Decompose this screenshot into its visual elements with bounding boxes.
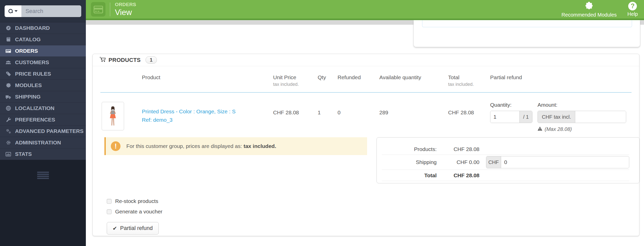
column-header-total: Total tax included.	[448, 74, 490, 87]
sidebar-item-label: ORDERS	[15, 48, 38, 54]
totals-products-label: Products:	[382, 146, 437, 152]
refund-quantity-max-addon: / 1	[519, 111, 532, 123]
partial-refund-cell: Quantity: / 1 Amount: CHF tax	[490, 102, 632, 132]
sidebar-footer	[0, 160, 86, 246]
top-right-panel	[413, 20, 640, 47]
total-value: CHF 28.08	[448, 102, 490, 116]
product-thumbnail[interactable]	[102, 102, 124, 130]
voucher-label: Generate a voucher	[115, 209, 163, 215]
sidebar-item-price-rules[interactable]: PRICE RULES	[0, 68, 86, 80]
notice-text: For this customer group, prices are disp…	[126, 143, 242, 149]
puzzle-icon	[584, 1, 594, 11]
content-area: PRODUCTS 1 Product Unit Price tax includ…	[86, 20, 644, 246]
sidebar-item-label: PREFERENCES	[15, 117, 55, 123]
tax-notice: ! For this customer group, prices are di…	[104, 137, 367, 155]
column-header-available-quantity: Available quantity	[379, 74, 448, 87]
orders-page-icon	[91, 2, 105, 17]
totals-total-label: Total	[382, 172, 437, 179]
cart-icon	[99, 56, 106, 64]
refund-amount-input[interactable]	[575, 111, 626, 123]
totals-total-value: CHF 28.08	[437, 172, 479, 179]
totals-total-row: Total CHF 28.08	[382, 170, 629, 181]
sidebar-item-localization[interactable]: LOCALIZATION	[0, 103, 86, 114]
voucher-option: Generate a voucher	[107, 209, 632, 215]
product-name-link[interactable]: Printed Dress - Color : Orange, Size : S	[142, 107, 273, 116]
unit-price-value: CHF 28.08	[273, 102, 318, 116]
partial-refund-button-label: Partial refund	[120, 225, 153, 231]
header-actions: Recommended Modules ? Help	[561, 1, 638, 18]
localization-icon	[5, 105, 12, 111]
collapse-menu-icon[interactable]	[37, 172, 49, 180]
shipping-refund-input[interactable]	[501, 156, 629, 168]
search-icon	[8, 9, 13, 13]
stats-icon	[5, 151, 12, 157]
sidebar-item-label: MODULES	[15, 82, 42, 88]
warning-triangle-icon	[538, 126, 542, 132]
restock-label: Re-stock products	[115, 198, 158, 204]
sidebar-item-label: LOCALIZATION	[15, 105, 55, 111]
check-icon: ✔	[113, 225, 117, 231]
main-area: ORDERS View Recommended Modules ? Help	[86, 0, 644, 246]
unit-price-subheader: tax included.	[273, 82, 318, 87]
sidebar-item-preferences[interactable]: PREFERENCES	[0, 114, 86, 126]
products-table-header-row: Product Unit Price tax included. Qty Ref…	[100, 66, 632, 93]
shipping-icon	[5, 94, 12, 100]
restock-option: Re-stock products	[107, 198, 632, 204]
breadcrumb-section: ORDERS	[115, 2, 136, 8]
notice-bold: tax included.	[244, 143, 276, 149]
products-panel: PRODUCTS 1 Product Unit Price tax includ…	[92, 54, 639, 236]
sidebar-item-orders[interactable]: ORDERS	[0, 45, 86, 57]
breadcrumb: ORDERS View	[115, 2, 136, 17]
totals-shipping-value: CHF 0.00	[437, 159, 479, 165]
help-button[interactable]: ? Help	[627, 2, 638, 17]
recommended-modules-button[interactable]: Recommended Modules	[561, 1, 617, 18]
sidebar-item-advanced-parameters[interactable]: ADVANCED PARAMETERS	[0, 126, 86, 137]
refund-amount-currency-addon: CHF tax incl.	[538, 111, 575, 123]
sidebar-item-label: ADMINISTRATION	[15, 140, 61, 146]
available-quantity-value: 289	[379, 102, 448, 116]
column-header-unit-price: Unit Price tax included.	[273, 74, 318, 87]
products-panel-title: PRODUCTS	[109, 57, 141, 63]
prestashop-admin: DASHBOARD CATALOG ORDERS CUSTOMERS	[0, 0, 644, 246]
voucher-checkbox[interactable]	[107, 209, 112, 214]
totals-shipping-row: Shipping CHF 0.00 CHF	[382, 155, 629, 170]
notice-totals-row: ! For this customer group, prices are di…	[104, 137, 632, 183]
refund-amount-label: Amount:	[538, 102, 626, 108]
refund-max-note: (Max 28.08)	[538, 126, 632, 132]
refund-options: Re-stock products Generate a voucher	[107, 198, 632, 215]
modules-icon	[5, 83, 12, 88]
sidebar-item-stats[interactable]: STATS	[0, 148, 86, 160]
page-header: ORDERS View Recommended Modules ? Help	[86, 0, 644, 19]
partial-refund-button[interactable]: ✔ Partial refund	[107, 222, 159, 235]
preferences-icon	[5, 117, 12, 122]
help-icon: ?	[628, 2, 637, 10]
sidebar-item-dashboard[interactable]: DASHBOARD	[0, 22, 86, 34]
refunded-value: 0	[338, 102, 379, 116]
chevron-down-icon	[15, 10, 18, 12]
column-header-thumbnail	[100, 74, 142, 87]
product-name-cell: Printed Dress - Color : Orange, Size : S…	[142, 102, 273, 124]
sidebar-item-label: ADVANCED PARAMETERS	[15, 128, 84, 134]
sidebar-item-catalog[interactable]: CATALOG	[0, 34, 86, 45]
recommended-modules-label: Recommended Modules	[561, 12, 617, 18]
sidebar-item-administration[interactable]: ADMINISTRATION	[0, 137, 86, 148]
sidebar-item-customers[interactable]: CUSTOMERS	[0, 57, 86, 68]
totals-shipping-label: Shipping	[382, 159, 437, 165]
administration-icon	[5, 140, 12, 145]
qty-value: 1	[318, 102, 338, 116]
restock-checkbox[interactable]	[107, 199, 112, 204]
order-totals-box: Products: CHF 28.08 Shipping CHF 0.00 CH…	[377, 137, 640, 183]
products-table: Product Unit Price tax included. Qty Ref…	[93, 66, 639, 235]
totals-products-value: CHF 28.08	[437, 146, 479, 152]
sidebar-item-shipping[interactable]: SHIPPING	[0, 91, 86, 103]
header-divider	[110, 3, 110, 16]
refund-quantity-input[interactable]	[490, 111, 519, 123]
sidebar-item-modules[interactable]: MODULES	[0, 80, 86, 91]
exclamation-circle-icon: !	[111, 141, 120, 151]
product-ref-link[interactable]: Ref: demo_3	[142, 116, 273, 124]
search-scope-button[interactable]	[5, 5, 21, 17]
refund-amount-group: Amount: CHF tax incl.	[538, 102, 626, 123]
search-input[interactable]	[21, 5, 81, 17]
sidebar-nav: DASHBOARD CATALOG ORDERS CUSTOMERS	[0, 22, 86, 160]
products-panel-header: PRODUCTS 1	[93, 54, 639, 66]
